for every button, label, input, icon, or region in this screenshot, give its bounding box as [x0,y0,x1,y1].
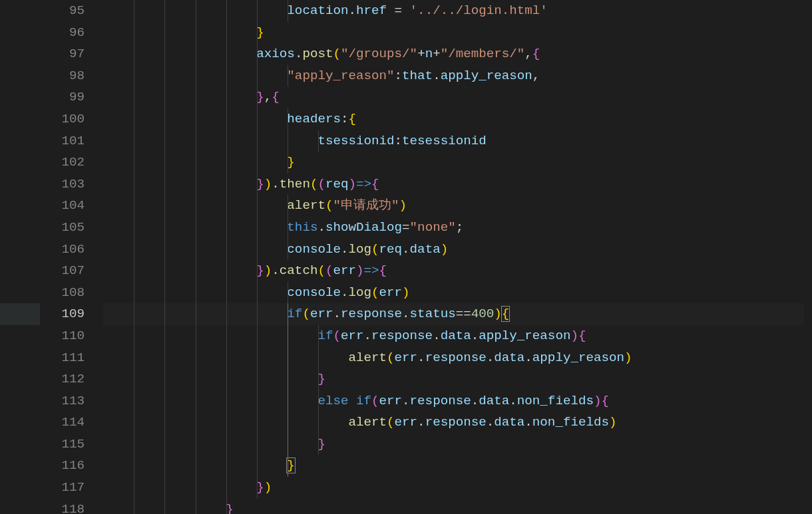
token-prop: data [494,415,524,430]
code-line[interactable]: else if(err.response.data.non_fields){ [103,390,812,412]
code-line[interactable]: console.log(req.data) [103,239,812,261]
code-line[interactable]: alert(err.response.data.non_fields) [103,412,812,434]
token-prop: response [341,307,402,321]
indent-guide [164,195,165,217]
token-var: axios [256,47,295,61]
token-pbrace: } [256,480,264,495]
indent-whitespace [103,263,256,278]
code-line[interactable]: } [103,455,812,477]
scrollbar-track[interactable] [804,0,812,514]
indent-guide [164,303,165,325]
code-editor[interactable]: 9596979899100101102103104105106107108109… [0,0,812,514]
indent-whitespace [103,372,317,386]
token-punc: . [417,415,425,430]
indent-guide [226,86,227,108]
indent-guide [226,303,227,325]
indent-guide [226,108,227,130]
indent-whitespace [103,90,256,104]
token-kw: => [364,263,379,278]
line-number: 98 [0,65,85,87]
line-number: 102 [0,152,85,174]
code-line[interactable]: } [103,499,812,514]
indent-guide [134,43,134,65]
indent-guide [257,195,258,217]
token-punc: . [524,415,532,430]
code-line[interactable]: alert("申请成功") [103,195,812,217]
indent-guide [288,303,288,325]
indent-whitespace [103,47,256,61]
indent-guide [196,43,196,65]
token-punc: . [317,220,325,235]
code-line[interactable]: } [103,434,812,455]
code-line[interactable]: console.log(err) [103,282,812,304]
token-pbrace: } [256,90,264,104]
indent-guide [164,455,165,477]
indent-guide [164,65,165,87]
indent-guide [226,477,227,499]
token-punc: , [524,47,532,61]
token-op: = [387,3,410,18]
token-ybrace: ( [317,263,325,278]
token-op: + [417,47,425,61]
code-line[interactable]: tsessionid:tesessionid [103,130,812,152]
code-line[interactable]: }).catch((err)=>{ [103,260,812,282]
line-number: 114 [0,412,85,434]
token-op: + [433,47,441,61]
token-punc: . [509,394,517,408]
token-func: alert [287,198,325,213]
code-line[interactable]: if(err.response.data.apply_reason){ [103,325,812,347]
line-number: 115 [0,434,85,455]
token-prop: response [425,350,487,365]
token-var: err [379,394,403,408]
token-punc: . [402,394,410,408]
indent-guide [164,108,165,130]
indent-guide [134,0,134,22]
code-line[interactable]: "apply_reason":that.apply_reason, [103,65,812,87]
token-var: err [395,415,418,430]
code-line[interactable]: headers:{ [103,108,812,130]
indent-guide [164,390,165,412]
token-punc: , [264,90,272,104]
indent-guide [288,455,288,477]
code-line[interactable]: location.href = '../../login.html' [103,0,812,22]
indent-guide [226,325,227,347]
indent-whitespace [103,480,256,495]
code-line[interactable]: this.showDialog="none"; [103,217,812,239]
code-line[interactable]: } [103,152,812,174]
token-prop: non_fields [517,394,594,408]
token-punc: . [417,350,425,365]
token-func: catch [280,263,318,278]
code-area[interactable]: location.href = '../../login.html' } axi… [103,0,812,514]
indent-guide [288,368,288,390]
token-punc: : [395,68,403,83]
indent-guide [134,65,134,87]
token-pbrace: ( [371,394,379,408]
indent-guide [226,152,227,174]
token-ybrace: ( [387,350,395,365]
indent-guide [134,130,134,152]
code-line[interactable]: },{ [103,86,812,108]
code-line[interactable]: }) [103,477,812,499]
token-ybrace: } [256,25,264,40]
code-line[interactable]: if(err.response.status==400){ [103,303,812,325]
code-line[interactable]: } [103,368,812,390]
token-pbrace: { [379,263,387,278]
code-line[interactable]: alert(err.response.data.apply_reason) [103,347,812,369]
indent-guide [134,86,134,108]
code-line[interactable]: axios.post("/groups/"+n+"/members/",{ [103,43,812,65]
token-prop: tsessionid [317,134,394,148]
indent-guide [257,239,258,261]
token-ybrace: ( [310,177,318,192]
code-line[interactable]: }).then((req)=>{ [103,174,812,195]
token-ybrace: ( [387,415,395,430]
token-pbrace: ( [333,328,341,343]
code-line[interactable]: } [103,22,812,44]
token-kw: => [356,177,371,192]
token-default [348,394,356,408]
indent-guide [257,65,258,87]
line-number: 97 [0,43,85,65]
token-str: "申请成功" [333,198,399,213]
token-pbrace: { [532,47,540,61]
indent-whitespace [103,134,317,148]
indent-guide [164,174,165,195]
